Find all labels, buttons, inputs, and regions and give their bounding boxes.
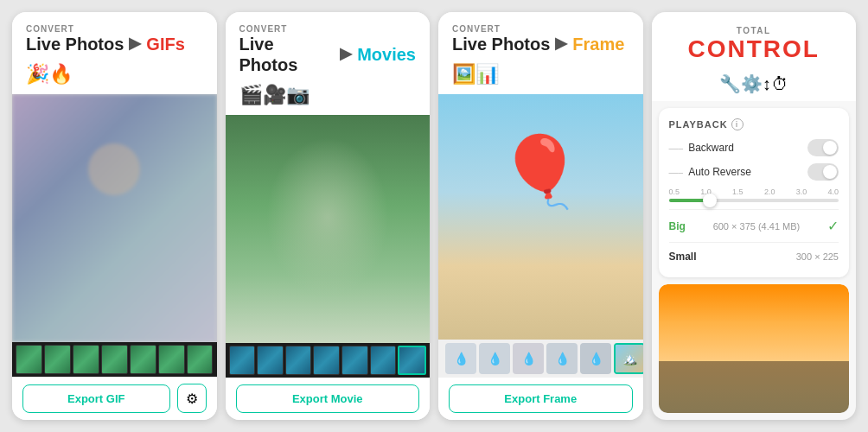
- auto-reverse-label: ––– Auto Reverse: [669, 166, 751, 178]
- slider-thumb[interactable]: [703, 194, 717, 207]
- control-screen: TOTAL CONTROL 🔧⚙️↕⏱ PLAYBACK i ––– Backw…: [652, 12, 857, 420]
- frame-thumb-strip: 💧 💧 💧 💧 💧 🏔️: [438, 340, 643, 378]
- film-frame-6: [158, 345, 185, 374]
- soccer-image: [659, 284, 850, 413]
- slider-fill: [669, 199, 706, 202]
- auto-reverse-toggle[interactable]: [807, 163, 839, 181]
- auto-reverse-sub: –––: [669, 168, 684, 177]
- movie-frame-7: [398, 346, 426, 375]
- film-frame-1: [16, 345, 42, 374]
- frame-screen: CONVERT Live Photos ▶ Frame 🖼️📊 💧 💧 💧 💧 …: [438, 12, 643, 420]
- balloon-image: [438, 94, 643, 340]
- speed-3.0: 3.0: [796, 187, 807, 196]
- slider-track[interactable]: [669, 199, 839, 202]
- size-small-row[interactable]: Small 300 × 225: [669, 246, 839, 267]
- playback-title: PLAYBACK i: [669, 118, 839, 130]
- thumb-6-selected[interactable]: 🏔️: [614, 343, 643, 374]
- movie-arrow: ▶: [340, 45, 352, 64]
- speed-slider-container: 0.5 1.0 1.5 2.0 3.0 4.0: [669, 187, 839, 202]
- gif-screen: CONVERT Live Photos ▶ GIFs 🎉🔥 Export GIF: [12, 12, 217, 420]
- playback-label: PLAYBACK: [669, 119, 728, 130]
- backward-text: Backward: [688, 142, 734, 154]
- export-movie-button[interactable]: Export Movie: [236, 384, 420, 413]
- size-big-label: Big: [669, 220, 686, 232]
- control-header: TOTAL CONTROL: [652, 12, 857, 70]
- movie-frame-5: [341, 346, 368, 375]
- movie-bottom-controls: Export Movie: [226, 378, 431, 420]
- movie-target-text: Movies: [357, 44, 416, 65]
- frame-arrow: ▶: [555, 35, 567, 54]
- speed-labels: 0.5 1.0 1.5 2.0 3.0 4.0: [669, 187, 839, 196]
- size-small-dims: 300 × 225: [796, 251, 839, 262]
- film-frame-5: [130, 345, 156, 374]
- garden-image: [226, 115, 431, 343]
- playback-panel: PLAYBACK i ––– Backward ––– Auto Reverse: [659, 108, 850, 277]
- auto-reverse-row: ––– Auto Reverse: [669, 163, 839, 181]
- auto-reverse-text: Auto Reverse: [688, 166, 751, 178]
- movie-header: CONVERT Live Photos ▶ Movies: [226, 12, 431, 80]
- film-frame-2: [44, 345, 71, 374]
- backward-toggle[interactable]: [807, 139, 839, 156]
- control-icons: 🔧⚙️↕⏱: [652, 70, 857, 101]
- frame-title: Live Photos ▶ Frame: [452, 34, 629, 54]
- movie-frame-1: [229, 346, 256, 375]
- frame-bottom-controls: Export Frame: [438, 378, 643, 420]
- movie-icons: 🎬🎥📷: [226, 80, 431, 115]
- speed-0.5: 0.5: [669, 187, 680, 196]
- gif-icons: 🎉🔥: [12, 60, 217, 94]
- separator-1: [669, 209, 839, 210]
- thumb-5[interactable]: 💧: [580, 343, 611, 374]
- frame-convert-label: CONVERT: [452, 24, 629, 34]
- gif-btn-row: Export GIF ⚙: [22, 384, 207, 413]
- gear-icon: ⚙: [186, 391, 198, 407]
- gif-filmstrip: [12, 342, 217, 377]
- size-big-dims: 600 × 375 (4.41 MB): [713, 221, 801, 232]
- control-bottom-image: [659, 284, 850, 413]
- restaurant-image: [12, 94, 217, 342]
- gif-title: Live Photos ▶ GIFs: [26, 34, 203, 54]
- gif-arrow: ▶: [129, 35, 141, 54]
- thumb-3[interactable]: 💧: [513, 343, 544, 374]
- backward-row: ––– Backward: [669, 139, 839, 156]
- thumb-1[interactable]: 💧: [445, 343, 476, 374]
- control-title: CONTROL: [666, 35, 843, 63]
- movie-frame-4: [313, 346, 340, 375]
- movie-convert-label: CONVERT: [239, 24, 417, 34]
- export-gif-button[interactable]: Export GIF: [22, 384, 170, 413]
- frame-icons: 🖼️📊: [438, 60, 643, 94]
- gif-target-text: GIFs: [146, 34, 184, 54]
- separator-2: [669, 242, 839, 243]
- gif-header: CONVERT Live Photos ▶ GIFs: [12, 12, 217, 60]
- export-frame-button[interactable]: Export Frame: [449, 384, 633, 413]
- speed-4.0: 4.0: [827, 187, 839, 196]
- info-icon[interactable]: i: [731, 118, 744, 130]
- frame-main-image: [438, 94, 643, 340]
- movie-title: Live Photos ▶ Movies: [239, 34, 417, 75]
- gif-main-image: [12, 94, 217, 342]
- film-frame-3: [73, 345, 99, 374]
- check-icon: ✓: [827, 218, 839, 234]
- frame-header: CONVERT Live Photos ▶ Frame: [438, 12, 643, 60]
- speed-1.5: 1.5: [732, 187, 744, 196]
- size-small-label: Small: [669, 251, 697, 263]
- movie-frame-2: [257, 346, 284, 375]
- app-container: CONVERT Live Photos ▶ GIFs 🎉🔥 Export GIF: [0, 0, 868, 432]
- size-big-row[interactable]: Big 600 × 375 (4.41 MB) ✓: [669, 213, 839, 238]
- movie-source-text: Live Photos: [239, 34, 335, 75]
- backward-sub: –––: [669, 143, 684, 153]
- frame-target-text: Frame: [572, 34, 624, 54]
- thumb-4[interactable]: 💧: [546, 343, 578, 374]
- movie-screen: CONVERT Live Photos ▶ Movies 🎬🎥📷 Export …: [226, 12, 431, 420]
- thumb-2[interactable]: 💧: [479, 343, 510, 374]
- gif-bottom-controls: Export GIF ⚙: [12, 377, 217, 420]
- gif-source-text: Live Photos: [26, 34, 124, 54]
- frame-source-text: Live Photos: [452, 34, 550, 54]
- film-frame-4: [101, 345, 128, 374]
- backward-label: ––– Backward: [669, 142, 734, 154]
- movie-main-image: [226, 115, 431, 343]
- total-label: TOTAL: [666, 26, 843, 35]
- settings-button[interactable]: ⚙: [177, 384, 207, 413]
- film-frame-7: [187, 345, 214, 374]
- movie-filmstrip: [226, 343, 431, 378]
- speed-2.0: 2.0: [764, 187, 775, 196]
